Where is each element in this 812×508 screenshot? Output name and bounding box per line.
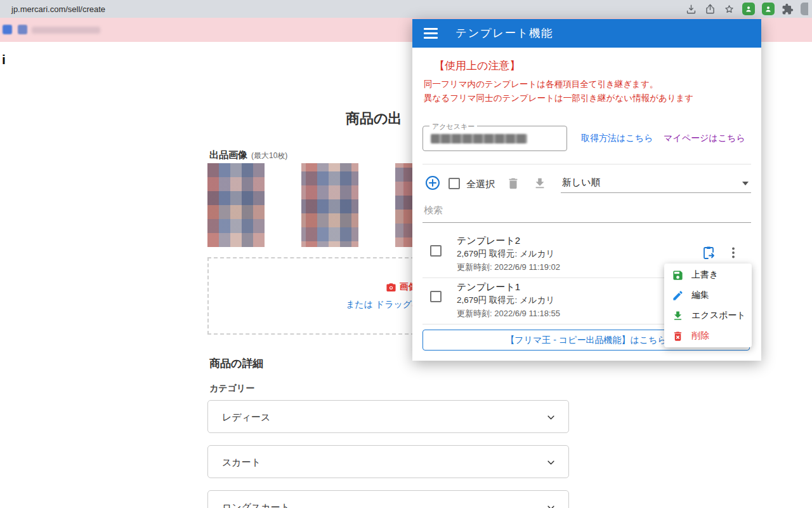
browser-toolbar-icons xyxy=(685,0,808,18)
category-select-level3[interactable]: ロングスカート xyxy=(207,490,569,508)
usage-notice-title: 【使用上の注意】 xyxy=(434,58,520,73)
logo-fragment: i xyxy=(2,52,6,67)
template-meta: 2,679円 取得元: メルカリ xyxy=(457,248,554,260)
template-row-checkbox[interactable] xyxy=(430,291,442,302)
access-key-value-blurred xyxy=(431,134,527,144)
divider xyxy=(422,164,751,164)
template-meta: 2,679円 取得元: メルカリ xyxy=(457,295,554,306)
search-underline xyxy=(422,222,751,223)
menu-item-label: 削除 xyxy=(691,330,709,342)
select-value: スカート xyxy=(222,446,261,479)
browser-address-bar: jp.mercari.com/sell/create xyxy=(0,0,812,18)
template-updated: 更新時刻: 2022/6/9 11:18:55 xyxy=(457,308,560,319)
pencil-icon xyxy=(672,290,684,302)
menu-item-label: エクスポート xyxy=(691,310,746,321)
row-context-menu: 上書き 編集 エクスポート 削除 xyxy=(664,264,752,347)
camera-icon xyxy=(386,282,396,293)
bookmark-star-icon[interactable] xyxy=(723,3,735,15)
menu-item-edit[interactable]: 編集 xyxy=(664,285,752,305)
menu-item-label: 編集 xyxy=(691,290,709,301)
category-select-level1[interactable]: レディース xyxy=(207,400,569,433)
how-to-get-link[interactable]: 取得方法はこちら xyxy=(581,133,653,144)
access-key-field[interactable]: アクセスキー xyxy=(422,126,567,151)
bookmark-title-blurred[interactable] xyxy=(32,27,100,34)
template-updated: 更新時刻: 2022/6/9 11:19:02 xyxy=(457,262,560,273)
extension-icon-frimaou-1[interactable] xyxy=(742,3,755,15)
share-icon[interactable] xyxy=(704,3,716,15)
select-underline xyxy=(561,192,751,193)
save-icon xyxy=(672,269,684,281)
apply-template-icon[interactable] xyxy=(701,245,716,260)
category-select-level2[interactable]: スカート xyxy=(207,445,569,478)
chevron-down-icon xyxy=(546,503,556,508)
details-heading: 商品の詳細 xyxy=(209,356,263,371)
page-title: 商品の出 xyxy=(346,109,402,128)
export-icon xyxy=(672,310,684,322)
url-text[interactable]: jp.mercari.com/sell/create xyxy=(11,4,105,14)
bookmark-favicon[interactable] xyxy=(18,25,27,34)
bookmark-favicon[interactable] xyxy=(3,25,12,34)
profile-avatar-partial[interactable] xyxy=(801,3,808,15)
delete-selected-icon[interactable] xyxy=(506,177,520,190)
template-name: テンプレート1 xyxy=(457,281,520,293)
hamburger-menu-icon[interactable] xyxy=(424,28,438,39)
select-value: レディース xyxy=(222,401,270,434)
listing-images-label: 出品画像(最大10枚) xyxy=(209,149,287,161)
usage-notice-line: 異なるフリマ同士のテンプレートは一部引き継がない情報があります xyxy=(424,93,693,104)
more-options-icon[interactable] xyxy=(726,245,741,260)
product-photo-blurred[interactable] xyxy=(207,163,265,247)
add-template-button[interactable] xyxy=(425,175,440,190)
sort-order-select[interactable]: 新しい順 xyxy=(561,174,751,193)
menu-item-delete[interactable]: 削除 xyxy=(664,326,752,346)
category-label: カテゴリー xyxy=(209,383,254,394)
usage-notice-line: 同一フリマ内のテンプレートは各種項目全て引き継ぎます。 xyxy=(424,79,658,90)
images-label: 出品画像 xyxy=(209,149,247,160)
images-max-hint: (最大10枚) xyxy=(251,151,287,160)
trash-icon xyxy=(672,330,684,342)
import-download-icon[interactable] xyxy=(533,177,547,190)
extensions-puzzle-icon[interactable] xyxy=(782,3,794,15)
menu-item-overwrite[interactable]: 上書き xyxy=(664,265,752,285)
chevron-down-icon xyxy=(546,413,556,422)
select-all-checkbox[interactable] xyxy=(449,178,460,189)
product-photo-blurred[interactable] xyxy=(301,163,358,247)
menu-item-label: 上書き xyxy=(691,269,718,281)
template-row-checkbox[interactable] xyxy=(430,245,442,257)
search-input[interactable] xyxy=(424,204,614,215)
chevron-down-icon xyxy=(546,458,556,467)
sort-order-value: 新しい順 xyxy=(562,177,601,189)
dropdown-arrow-icon xyxy=(742,182,749,185)
popup-title: テンプレート機能 xyxy=(455,19,553,48)
access-key-label: アクセスキー xyxy=(429,122,477,131)
popup-header: テンプレート機能 xyxy=(412,19,761,48)
extension-icon-frimaou-2[interactable] xyxy=(762,3,775,15)
template-name: テンプレート2 xyxy=(457,235,520,247)
menu-item-export[interactable]: エクスポート xyxy=(664,305,752,326)
select-all-label: 全選択 xyxy=(466,178,495,190)
select-value: ロングスカート xyxy=(222,491,290,508)
download-icon[interactable] xyxy=(685,3,697,15)
mypage-link[interactable]: マイページはこちら xyxy=(664,133,745,144)
